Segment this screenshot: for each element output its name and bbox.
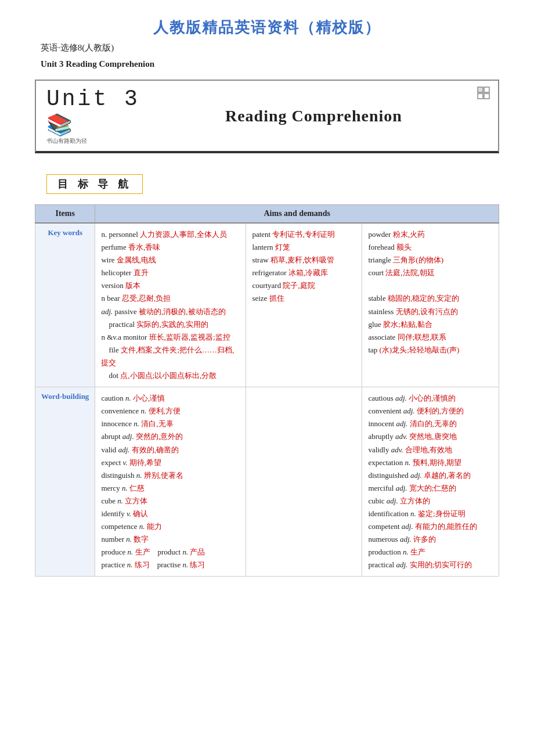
svg-rect-1 (484, 87, 489, 92)
col-items: Items (35, 205, 95, 224)
unit-banner-center: Reading Comprehenion (140, 107, 488, 125)
svg-rect-3 (484, 93, 489, 99)
row-label-wordbuilding: Word-building (35, 387, 95, 577)
keywords-middle: patent 专利证书,专利证明 lantern 灯笼 straw 稻草,麦秆,… (246, 223, 362, 387)
wordbuilding-middle (246, 387, 362, 577)
section-nav: 目 标 导 航 (46, 174, 143, 194)
wordbuilding-right: cautious adj. 小心的,谨慎的 convenient adj. 便利… (362, 387, 499, 577)
keywords-left: n. personnel 人力资源,人事部,全体人员 perfume 香水,香味… (95, 223, 246, 387)
unit-heading-small: Unit 3 Reading Comprehenion (41, 59, 499, 69)
unit-banner: Unit 3 📚 书山有路勤为径 Reading Comprehenion (35, 80, 499, 153)
section-nav-wrapper: 目 标 导 航 (41, 164, 499, 200)
main-title: 人教版精品英语资料（精校版） (35, 17, 499, 38)
svg-rect-2 (478, 93, 483, 99)
books-caption: 书山有路勤为径 (46, 137, 87, 145)
vocab-table: Items Aims and demands Key words n. pers… (35, 204, 499, 577)
unit-number: Unit 3 (46, 87, 140, 111)
col-aims: Aims and demands (95, 205, 499, 224)
unit-banner-left: Unit 3 📚 书山有路勤为径 (46, 87, 140, 145)
books-icon: 📚 (46, 113, 73, 137)
keywords-right: powder 粉末,火药 forehead 额头 triangle 三角形(的物… (362, 223, 499, 387)
table-row: Key words n. personnel 人力资源,人事部,全体人员 per… (35, 223, 499, 387)
unit-banner-corner (477, 87, 490, 99)
subtitle: 英语·选修8(人教版) (41, 42, 499, 53)
row-label-keywords: Key words (35, 223, 95, 387)
section-nav-text: 目 标 导 航 (57, 177, 132, 191)
svg-rect-0 (478, 87, 483, 92)
wordbuilding-left: caution n. 小心,谨慎 convenience n. 便利,方便 in… (95, 387, 246, 577)
table-row: Word-building caution n. 小心,谨慎 convenien… (35, 387, 499, 577)
unit-banner-title: Reading Comprehenion (140, 107, 488, 125)
